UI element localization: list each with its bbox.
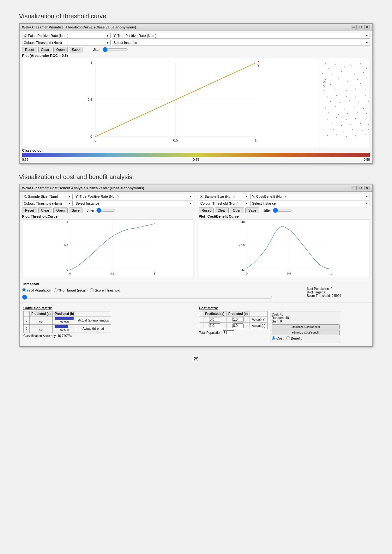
radio-population[interactable] bbox=[22, 288, 26, 292]
button-row: Reset Clear Open Save Jitter bbox=[22, 47, 370, 52]
left-y-dropdown[interactable]: Y: True Positive Rate (Num) ▼ bbox=[74, 194, 193, 199]
benefit-radio-item: Benefit bbox=[286, 336, 302, 340]
cost-value: Cost: 48 bbox=[272, 313, 340, 316]
right-reset-button[interactable]: Reset bbox=[199, 208, 214, 213]
total-population: Total Population: bbox=[199, 330, 268, 335]
right-jitter-slider[interactable] bbox=[273, 208, 292, 213]
confusion-matrix-title: Confusion Matrix bbox=[23, 306, 193, 310]
right-chart-svg: 40 40.5 33 0 0.5 1 bbox=[199, 220, 370, 278]
right-clear-button[interactable]: Clear bbox=[215, 208, 229, 213]
svg-text:1: 1 bbox=[154, 272, 155, 275]
svg-point-46 bbox=[354, 107, 355, 108]
svg-text:X: X bbox=[323, 79, 326, 84]
conf-bar-01-fill bbox=[55, 317, 74, 320]
score-info: Score Threshold: 0.5904 bbox=[307, 294, 370, 298]
conf-10-val: 0 bbox=[24, 325, 30, 333]
total-population-input[interactable] bbox=[223, 330, 234, 335]
radio-score[interactable] bbox=[90, 288, 94, 292]
left-save-button[interactable]: Save bbox=[69, 208, 82, 213]
threshold-slider[interactable] bbox=[22, 295, 273, 300]
left-colour-dropdown[interactable]: Colour: Threshold (Num) ▼ bbox=[22, 201, 73, 206]
svg-point-7 bbox=[329, 68, 329, 69]
cost-01-input[interactable] bbox=[232, 317, 244, 322]
close-button[interactable]: ✕ bbox=[364, 25, 370, 29]
gain-value: Gain: 0 bbox=[272, 320, 340, 323]
left-jitter-slider[interactable] bbox=[96, 208, 115, 213]
left-open-button[interactable]: Open bbox=[53, 208, 68, 213]
threshold-info: % of Population: 0 % of Target: 0 Score … bbox=[307, 287, 370, 301]
right-y-dropdown[interactable]: Y: Cost/Benefit (Num) ▼ bbox=[250, 194, 370, 199]
main-chart: 1 0.5 0 0 0.5 1 × Y bbox=[22, 59, 319, 147]
svg-point-50 bbox=[347, 113, 348, 114]
y-axis-dropdown[interactable]: Y: True Positive Rate (Num) ▼ bbox=[112, 33, 370, 39]
maximize-button[interactable]: Maximize Cost/Benefit bbox=[272, 324, 340, 329]
x-axis-dropdown[interactable]: X: False Positive Rate (Num) ▼ bbox=[22, 33, 111, 39]
cost-pred-b: Predicted (b) bbox=[226, 311, 250, 316]
bottom-row: Confusion Matrix Predicted (a) Predicted… bbox=[20, 303, 372, 346]
cost-11-input[interactable] bbox=[232, 323, 244, 328]
svg-point-47 bbox=[363, 108, 364, 109]
conf-bar-11-fill bbox=[55, 325, 68, 328]
cost-00-input[interactable] bbox=[209, 317, 220, 322]
open-button[interactable]: Open bbox=[53, 47, 68, 52]
right-jitter-label: Jitter bbox=[263, 208, 271, 212]
right-open-button[interactable]: Open bbox=[230, 208, 244, 213]
svg-point-44 bbox=[335, 106, 336, 107]
right-colour-dropdown[interactable]: Colour: Threshold (Num) ▼ bbox=[199, 201, 249, 206]
cost-11 bbox=[226, 323, 250, 329]
x-mid-label: 0.5 bbox=[173, 139, 178, 142]
left-chart-svg: 1 0.5 0 0 0.5 1 bbox=[22, 220, 193, 278]
left-select-dropdown[interactable]: Select Instance ▼ bbox=[74, 201, 193, 206]
conf-row1: 0 0% 59.29% Actual (a) anonymous bbox=[24, 316, 111, 325]
w2-close-button[interactable]: ✕ bbox=[364, 186, 370, 190]
cost-01 bbox=[226, 316, 250, 323]
right-select-dropdown[interactable]: Select Instance ▼ bbox=[250, 201, 370, 206]
svg-text:1: 1 bbox=[66, 220, 68, 224]
threshold-label: Threshold bbox=[22, 282, 370, 286]
save-button[interactable]: Save bbox=[69, 47, 82, 52]
svg-point-51 bbox=[357, 112, 358, 113]
left-colour-row: Colour: Threshold (Num) ▼ Select Instanc… bbox=[22, 201, 193, 206]
select-instance-dropdown[interactable]: Select Instance ▼ bbox=[112, 40, 370, 45]
svg-point-29 bbox=[355, 89, 356, 90]
svg-point-45 bbox=[344, 109, 345, 110]
reset-button[interactable]: Reset bbox=[22, 47, 37, 52]
cost-row2: Actual (b) bbox=[199, 323, 268, 329]
cost-radio[interactable] bbox=[272, 336, 275, 340]
minimize-button[interactable]: — bbox=[351, 25, 357, 29]
clear-button[interactable]: Clear bbox=[38, 47, 52, 52]
right-axis-row1: X: Sample Size (Num) ▼ Y: Cost/Benefit (… bbox=[199, 194, 370, 199]
radio-population-label: % of Population bbox=[27, 288, 51, 292]
cost-10-input[interactable] bbox=[209, 323, 220, 328]
svg-point-24 bbox=[351, 85, 352, 86]
right-save-button[interactable]: Save bbox=[245, 208, 259, 213]
left-x-dropdown[interactable]: X: Sample Size (Num) ▼ bbox=[22, 194, 73, 199]
svg-point-65 bbox=[343, 131, 344, 132]
restore-button[interactable]: ❐ bbox=[358, 25, 363, 29]
conf-bar-01 bbox=[55, 317, 74, 320]
colour-dropdown[interactable]: Colour: Threshold (Num) ▼ bbox=[22, 40, 111, 45]
right-x-dropdown[interactable]: X: Sample Size (Num) ▼ bbox=[199, 194, 249, 199]
cost-info-panel: Cost: 48 Random: 48 Gain: 0 Maximize Cos… bbox=[270, 311, 341, 343]
left-reset-button[interactable]: Reset bbox=[22, 208, 37, 213]
dot-scatter: X Y bbox=[322, 63, 369, 137]
left-jitter-label: Jitter bbox=[87, 208, 94, 212]
svg-point-35 bbox=[346, 96, 347, 97]
w2-restore-button[interactable]: ❐ bbox=[358, 186, 363, 190]
cost-radio-label: Cost bbox=[276, 336, 284, 340]
radio-target[interactable] bbox=[54, 288, 57, 292]
svg-point-15 bbox=[354, 74, 355, 75]
svg-point-9 bbox=[351, 65, 352, 66]
svg-point-64 bbox=[333, 129, 334, 130]
cost-actual-a: Actual (a) bbox=[250, 316, 268, 323]
main-chart-svg: 1 0.5 0 0 0.5 1 × Y bbox=[23, 60, 318, 146]
svg-text:0: 0 bbox=[66, 268, 68, 271]
right-plot-label: Plot: Cost/Benefit Curve bbox=[199, 214, 370, 218]
left-clear-button[interactable]: Clear bbox=[38, 208, 52, 213]
w2-minimize-button[interactable]: — bbox=[351, 186, 357, 190]
svg-point-72 bbox=[355, 135, 356, 136]
jitter-slider[interactable] bbox=[103, 47, 128, 52]
minimize-button[interactable]: Minimize Cost/Benefit bbox=[272, 330, 340, 335]
plot-area: 1 0.5 0 0 0.5 1 × Y bbox=[22, 59, 370, 147]
benefit-radio[interactable] bbox=[286, 336, 290, 340]
